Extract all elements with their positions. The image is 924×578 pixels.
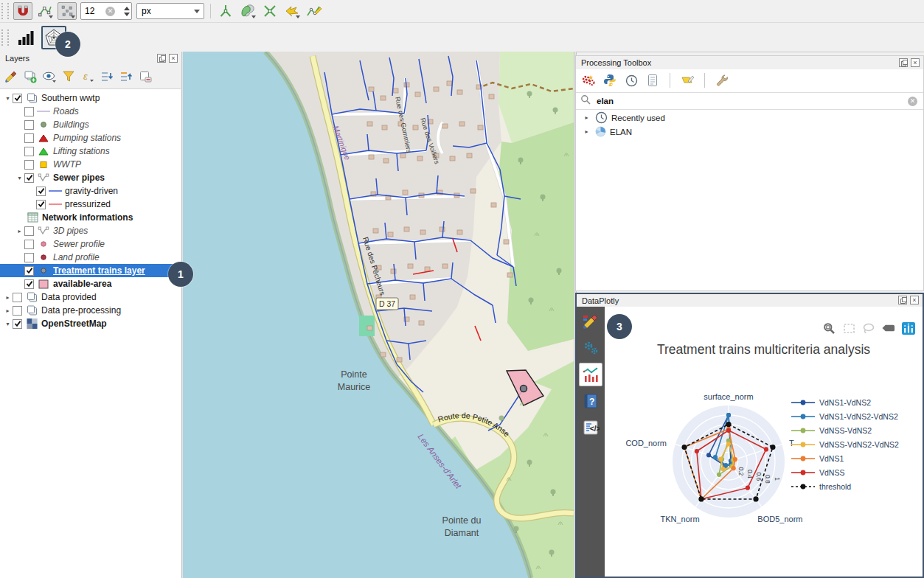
layer-checkbox[interactable] xyxy=(24,253,34,262)
close-panel-button[interactable]: × xyxy=(169,54,178,63)
float-panel-button[interactable] xyxy=(898,296,907,304)
spinner-arrows[interactable] xyxy=(124,7,130,16)
layer-item[interactable]: ▸3D pipes xyxy=(0,224,181,237)
layer-checkbox[interactable] xyxy=(13,293,22,302)
plot-settings-tab[interactable] xyxy=(579,336,602,360)
collapse-arrow-icon[interactable]: ▾ xyxy=(3,321,13,327)
legend-item[interactable]: VdNSS xyxy=(791,468,844,477)
expand-all-button[interactable] xyxy=(99,69,115,85)
search-input[interactable] xyxy=(595,96,908,106)
options-button[interactable] xyxy=(714,72,730,88)
layer-item[interactable]: Land profile xyxy=(0,251,181,264)
edit-in-place-button[interactable] xyxy=(679,72,695,88)
plot-view-tab[interactable] xyxy=(579,363,602,386)
layer-checkbox[interactable] xyxy=(24,226,34,236)
close-panel-button[interactable]: × xyxy=(910,296,919,304)
layer-checkbox[interactable] xyxy=(36,200,46,209)
layer-item[interactable]: ▾Sewer pipes xyxy=(0,171,181,184)
layer-checkbox[interactable] xyxy=(24,173,34,183)
snapping-mode-button[interactable] xyxy=(35,2,55,20)
legend-item[interactable]: threshold xyxy=(791,482,851,491)
layer-item[interactable]: Buildings xyxy=(0,118,181,131)
layer-item[interactable]: ▸Data pre-processing xyxy=(0,304,181,317)
map-themes-button[interactable] xyxy=(41,69,58,85)
models-button[interactable] xyxy=(580,72,597,88)
help-tab[interactable]: ? xyxy=(579,389,602,413)
expand-arrow-icon[interactable]: ▸ xyxy=(582,114,591,121)
collapse-all-button[interactable] xyxy=(118,69,134,85)
layer-checkbox[interactable] xyxy=(24,120,34,130)
dataplotly-button[interactable] xyxy=(13,26,38,49)
layer-checkbox[interactable] xyxy=(24,133,34,143)
layer-checkbox[interactable] xyxy=(13,306,22,316)
tolerance-units-combobox[interactable]: px xyxy=(136,3,204,19)
legend-item[interactable]: VdNSS-VdNS2 xyxy=(791,426,872,435)
layer-checkbox[interactable] xyxy=(24,279,34,289)
expand-arrow-icon[interactable]: ▸ xyxy=(3,294,13,301)
code-tab[interactable]: </> xyxy=(579,416,602,439)
layer-item[interactable]: ▾Southern wwtp xyxy=(0,91,181,105)
tracing-button[interactable] xyxy=(282,2,302,20)
map-canvas[interactable]: D 37PointeMauricePointe duDiamantLes Ans… xyxy=(183,52,574,578)
snapping-type-button[interactable] xyxy=(58,2,77,20)
layer-checkbox[interactable] xyxy=(24,266,34,276)
plot-type-tab[interactable] xyxy=(579,310,602,333)
layer-item[interactable]: pressurized xyxy=(0,198,181,211)
avoid-overlap-button[interactable] xyxy=(238,2,257,20)
layer-checkbox[interactable] xyxy=(24,160,34,170)
layer-label: Buildings xyxy=(52,119,89,130)
layer-styling-button[interactable] xyxy=(3,69,19,85)
layer-item[interactable]: WWTP xyxy=(0,158,181,171)
filter-legend-button[interactable] xyxy=(60,69,77,85)
layer-item[interactable]: Network informations xyxy=(0,211,181,224)
topological-editing-button[interactable] xyxy=(216,2,235,20)
layer-item[interactable]: Sewer profile xyxy=(0,237,181,251)
clear-search-icon[interactable]: ✕ xyxy=(908,97,917,106)
collapse-arrow-icon[interactable]: ▾ xyxy=(3,95,13,102)
layer-item[interactable]: available-area xyxy=(0,277,181,290)
snap-intersection-button[interactable] xyxy=(260,2,279,20)
history-button[interactable] xyxy=(623,72,639,88)
enable-snapping-button[interactable] xyxy=(13,2,32,20)
close-panel-button[interactable]: × xyxy=(911,58,920,67)
layer-checkbox[interactable] xyxy=(13,94,22,103)
digitize-with-curve-button[interactable] xyxy=(305,2,324,20)
collapse-arrow-icon[interactable]: ▾ xyxy=(15,175,24,181)
clear-value-icon[interactable]: ✕ xyxy=(105,7,115,16)
toolbar-drag-handle[interactable] xyxy=(1,3,9,19)
radar-chart[interactable]: 0.20.40.60.81surface_normTBOD5_normTKN_n… xyxy=(605,307,924,577)
layer-checkbox[interactable] xyxy=(24,147,34,156)
float-panel-button[interactable] xyxy=(899,58,908,67)
legend-label: VdNSS-VdNS2-VdNS2 xyxy=(819,440,899,449)
float-panel-button[interactable] xyxy=(157,54,166,63)
add-group-button[interactable] xyxy=(22,69,38,85)
layer-checkbox[interactable] xyxy=(13,319,22,329)
layer-item[interactable]: Pumping stations xyxy=(0,131,181,144)
legend-item[interactable]: VdNSS-VdNS2-VdNS2 xyxy=(791,440,899,449)
layer-item[interactable]: Treatment trains layer xyxy=(0,264,181,277)
layer-item[interactable]: ▸Data provided xyxy=(0,290,181,304)
step-badge-3: 3 xyxy=(607,314,632,339)
legend-item[interactable]: VdNS1 xyxy=(791,454,844,463)
processing-tree-item[interactable]: ▸Recently used xyxy=(576,111,923,125)
snapping-tolerance-spinbox[interactable]: ✕ xyxy=(80,2,132,20)
remove-layer-button[interactable] xyxy=(137,69,153,85)
expression-filter-button[interactable]: ε xyxy=(80,69,96,85)
layer-item[interactable]: Roads xyxy=(0,105,181,118)
layer-item[interactable]: ▾OpenStreetMap xyxy=(0,317,181,330)
expand-arrow-icon[interactable]: ▸ xyxy=(3,307,13,314)
layer-checkbox[interactable] xyxy=(36,187,46,196)
layer-checkbox[interactable] xyxy=(24,240,34,249)
python-scripts-button[interactable] xyxy=(602,72,618,88)
layer-item[interactable]: gravity-driven xyxy=(0,184,181,198)
processing-tree-item[interactable]: ▸ELAN xyxy=(576,125,923,139)
toolbar-drag-handle[interactable] xyxy=(1,29,9,46)
expand-arrow-icon[interactable]: ▸ xyxy=(582,128,591,135)
results-viewer-button[interactable] xyxy=(645,72,661,88)
layer-checkbox[interactable] xyxy=(24,107,34,116)
legend-item[interactable]: VdNS1-VdNS2 xyxy=(791,398,871,407)
expand-arrow-icon[interactable]: ▸ xyxy=(15,228,24,234)
legend-item[interactable]: VdNS1-VdNS2-VdNS2 xyxy=(791,412,898,421)
layer-item[interactable]: Lifting stations xyxy=(0,144,181,158)
tolerance-input[interactable] xyxy=(81,5,105,17)
